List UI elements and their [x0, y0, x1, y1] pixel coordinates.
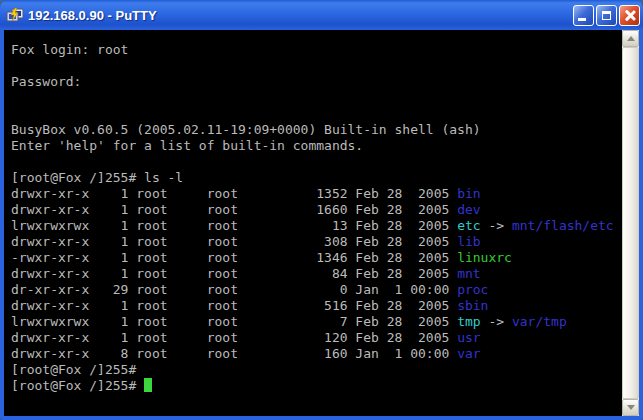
arrow-up-icon [627, 36, 635, 41]
terminal-line: [root@Fox /]255# ls -l [11, 170, 622, 186]
close-button[interactable] [619, 5, 640, 26]
terminal-line: drwxr-xr-x 1 root root 84 Feb 28 2005 mn… [11, 266, 622, 282]
terminal-line: Password: [11, 74, 622, 90]
terminal-line [11, 90, 622, 106]
terminal-line: -rwxr-xr-x 1 root root 1346 Feb 28 2005 … [11, 250, 622, 266]
terminal-line: BusyBox v0.60.5 (2005.02.11-19:09+0000) … [11, 122, 622, 138]
scrollbar-thumb[interactable] [622, 47, 639, 399]
terminal-screen[interactable]: Fox login: rootPassword:BusyBox v0.60.5 … [4, 30, 622, 416]
scrollbar[interactable] [622, 30, 639, 416]
window-client-area: Fox login: rootPassword:BusyBox v0.60.5 … [4, 30, 639, 416]
minimize-icon [578, 18, 586, 21]
terminal-line: drwxr-xr-x 1 root root 1660 Feb 28 2005 … [11, 202, 622, 218]
terminal-line: [root@Fox /]255# [11, 378, 622, 394]
maximize-icon [602, 11, 611, 20]
title-bar[interactable]: 192.168.0.90 - PuTTY [0, 0, 643, 30]
scroll-up-button[interactable] [622, 30, 639, 47]
minimize-button[interactable] [573, 5, 594, 26]
terminal-line: [root@Fox /]255# [11, 362, 622, 378]
terminal-line: Enter 'help' for a list of built-in comm… [11, 138, 622, 154]
putty-window: 192.168.0.90 - PuTTY Fox login: rootPass… [0, 0, 643, 420]
scrollbar-track[interactable] [622, 47, 639, 399]
terminal-line: drwxr-xr-x 1 root root 516 Feb 28 2005 s… [11, 298, 622, 314]
terminal-line [11, 106, 622, 122]
scroll-down-button[interactable] [622, 399, 639, 416]
terminal-line: drwxr-xr-x 8 root root 160 Jan 1 00:00 v… [11, 346, 622, 362]
terminal-cursor [144, 378, 152, 392]
terminal-line: Fox login: root [11, 42, 622, 58]
terminal-line: lrwxrwxrwx 1 root root 7 Feb 28 2005 tmp… [11, 314, 622, 330]
arrow-down-icon [627, 405, 635, 410]
terminal-line [11, 58, 622, 74]
terminal-line: dr-xr-xr-x 29 root root 0 Jan 1 00:00 pr… [11, 282, 622, 298]
terminal-line: drwxr-xr-x 1 root root 308 Feb 28 2005 l… [11, 234, 622, 250]
terminal-line: drwxr-xr-x 1 root root 1352 Feb 28 2005 … [11, 186, 622, 202]
window-buttons [573, 5, 640, 26]
putty-app-icon [6, 7, 24, 23]
maximize-button[interactable] [596, 5, 617, 26]
close-icon [624, 10, 635, 21]
terminal-line: drwxr-xr-x 1 root root 120 Feb 28 2005 u… [11, 330, 622, 346]
window-title: 192.168.0.90 - PuTTY [28, 8, 573, 23]
terminal-line: lrwxrwxrwx 1 root root 13 Feb 28 2005 et… [11, 218, 622, 234]
terminal-line [11, 154, 622, 170]
